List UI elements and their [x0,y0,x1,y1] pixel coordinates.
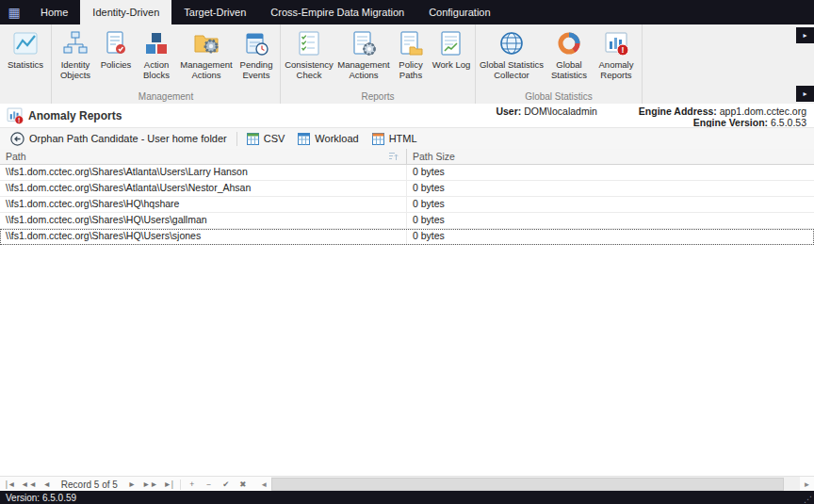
scrollbar-track[interactable] [271,477,800,492]
tab-home[interactable]: Home [28,0,80,24]
scroll-left-arrow[interactable]: ◄ [257,480,271,489]
tab-label: Identity-Driven [92,7,159,18]
identity-objects-icon [62,29,89,57]
tab-configuration[interactable]: Configuration [416,0,502,24]
ribbon-group-management: Identity Objects Policies Action Blocks … [52,24,281,104]
policies-icon [103,29,129,57]
scrollbar-thumb[interactable] [271,478,784,491]
ribbon-button-label: Identity Objects [55,60,96,80]
nav-prev-button[interactable]: ◄ [39,480,56,489]
ribbon-button-policy-paths[interactable]: Policy Paths [392,26,430,89]
table-row[interactable]: \\fs1.dom.cctec.org\Shares\Atlanta\Users… [0,165,814,181]
svg-text:!: ! [18,117,20,123]
table-row[interactable]: \\fs1.dom.cctec.org\Shares\HQ\Users\gall… [0,213,814,229]
cell-path-size: 0 bytes [407,229,814,244]
csv-export-button[interactable]: CSV [240,131,292,147]
back-button[interactable]: Orphan Path Candidate - User home folder [4,130,234,148]
ribbon-button-management-actions-report[interactable]: Management Actions [335,26,392,89]
ribbon-button-management-actions[interactable]: Management Actions [178,26,235,89]
tab-cross-empire-data-migration[interactable]: Cross-Empire Data Migration [258,0,416,24]
tab-target-driven[interactable]: Target-Driven [171,0,258,24]
ribbon-button-global-statistics[interactable]: Global Statistics [545,26,593,89]
ribbon-scroll-button-bottom[interactable]: ▸ [796,86,814,102]
navigator-separator [180,480,181,490]
ribbon-group-caption: Reports [281,89,475,104]
chevron-right-icon: ▸ [803,89,806,98]
ribbon-button-anomaly-reports[interactable]: ! Anomaly Reports [593,26,640,89]
anomaly-reports-title-icon: ! [6,106,24,124]
global-statistics-icon [555,29,583,57]
record-navigator: |◄ ◄◄ ◄ Record 5 of 5 ► ►► ►| + − ✔ ✖ ◄ … [0,476,814,492]
csv-file-icon [247,133,259,145]
ribbon-group-global-statistics: Global Statistics Collector Global Stati… [476,24,643,104]
engine-address-value: app1.dom.cctec.org [720,106,806,117]
table-row[interactable]: \\fs1.dom.cctec.org\Shares\HQ\hqshare 0 … [0,197,814,213]
back-button-label: Orphan Path Candidate - User home folder [29,133,227,144]
table-row[interactable]: \\fs1.dom.cctec.org\Shares\Atlanta\Users… [0,181,814,197]
user-label: User: [496,106,521,117]
html-export-button[interactable]: HTML [366,131,424,147]
ribbon-button-action-blocks[interactable]: Action Blocks [135,26,178,89]
policy-paths-icon [398,29,424,57]
back-arrow-icon [10,132,24,146]
tab-identity-driven[interactable]: Identity-Driven [80,0,171,24]
management-actions-report-icon [350,29,377,57]
engine-info: User: DOM\localadmin Engine Address: app… [496,106,806,128]
scroll-right-arrow[interactable]: ► [800,480,814,489]
nav-append-button[interactable]: + [184,480,201,489]
nav-first-button[interactable]: |◄ [2,480,19,489]
app-menu-button[interactable]: ▦ [0,0,28,24]
nav-prev-page-button[interactable]: ◄◄ [19,480,39,489]
csv-button-label: CSV [264,133,285,144]
ribbon-button-label: Global Statistics Collector [479,60,545,80]
ribbon-button-label: Global Statistics [546,60,592,80]
cell-path-size: 0 bytes [407,213,814,228]
ribbon-scroll-button-top[interactable]: ▸ [796,27,814,43]
ribbon-button-statistics[interactable]: Statistics [2,26,49,89]
ribbon-button-label: Action Blocks [136,60,177,80]
ribbon-button-global-statistics-collector[interactable]: Global Statistics Collector [478,26,545,89]
cell-path-size: 0 bytes [407,197,814,212]
tab-label: Home [41,7,68,18]
management-actions-icon [193,29,220,57]
cell-path: \\fs1.dom.cctec.org\Shares\HQ\Users\sjon… [0,229,407,244]
column-header-label: Path [6,151,26,162]
html-file-icon [372,133,384,145]
page-title: Anomaly Reports [28,109,122,122]
ribbon-button-identity-objects[interactable]: Identity Objects [54,26,97,89]
ribbon-group-reports: Consistency Check Management Actions Pol… [281,24,476,104]
ribbon-button-work-log[interactable]: Work Log [430,26,473,89]
nav-cancel-button[interactable]: ✖ [235,480,252,489]
action-blocks-icon [143,29,170,57]
grid-header: Path Path Size [0,149,814,165]
nav-next-page-button[interactable]: ►► [140,480,160,489]
ribbon-group-caption: Management [52,89,280,104]
sort-ascending-icon [388,152,399,161]
column-header-path[interactable]: Path [0,149,407,164]
ribbon-button-consistency-check[interactable]: Consistency Check [283,26,335,89]
ribbon-group-statistics: Statistics [0,24,52,104]
cell-path-size: 0 bytes [407,181,814,196]
nav-last-button[interactable]: ►| [160,480,177,489]
ribbon-button-label: Policies [101,60,132,71]
report-toolbar: Orphan Path Candidate - User home folder… [0,127,814,150]
resize-grip-icon[interactable]: ⋰ [804,495,812,504]
nav-delete-button[interactable]: − [201,480,218,489]
cell-path: \\fs1.dom.cctec.org\Shares\HQ\Users\gall… [0,213,407,228]
ribbon-button-pending-events[interactable]: Pending Events [235,26,278,89]
nav-next-button[interactable]: ► [123,480,140,489]
ribbon-group-caption [0,89,51,104]
ribbon-button-label: Consistency Check [284,60,334,80]
ribbon-button-label: Pending Events [236,60,277,80]
table-row-selected[interactable]: \\fs1.dom.cctec.org\Shares\HQ\Users\sjon… [0,229,814,245]
ribbon: Statistics Identity Objects Policies [0,24,814,105]
workload-button-label: Workload [315,133,358,144]
ribbon-button-policies[interactable]: Policies [97,26,135,89]
toolbar-separator [236,132,237,146]
ribbon-button-label: Statistics [8,60,43,71]
workload-export-button[interactable]: Workload [291,131,365,147]
page-header: ! Anomaly Reports User: DOM\localadmin E… [0,104,814,127]
column-header-path-size[interactable]: Path Size [407,149,814,164]
nav-commit-button[interactable]: ✔ [218,480,235,489]
version-text: Version: 6.5.0.59 [6,493,76,503]
